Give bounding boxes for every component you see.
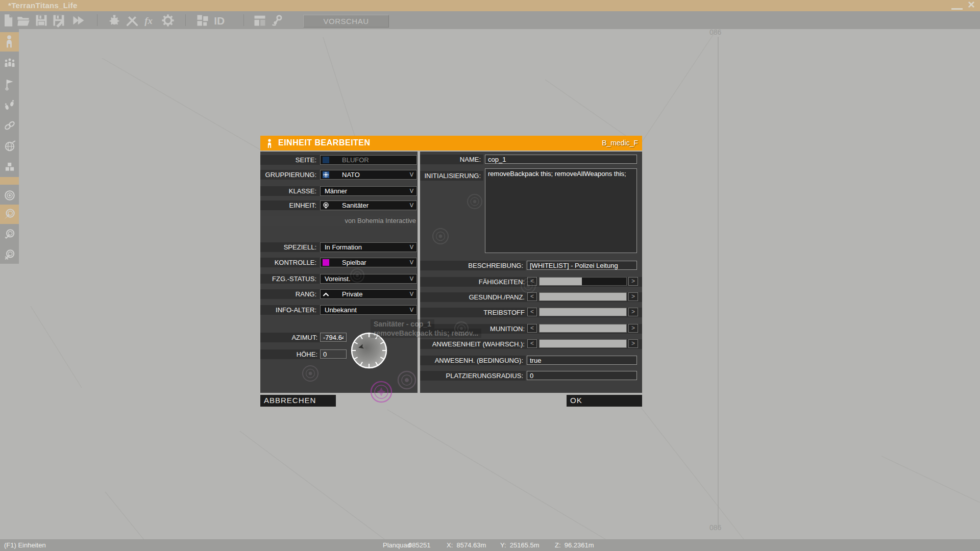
row-speziell: SPEZIELL: In Formation V [260,242,418,252]
contour-line [881,456,980,503]
anwesenheit-label: ANWESENHEIT (WAHRSCH.): [432,340,525,348]
treibstoff-increase-button[interactable]: > [628,308,638,316]
treibstoff-decrease-button[interactable]: < [527,308,537,316]
row-faehigkeiten: FÄHIGKEITEN: < > [420,277,642,287]
speziell-dropdown[interactable]: In Formation V [320,242,417,252]
gesundheit-increase-button[interactable]: > [628,292,638,301]
toolbar-separator [243,14,244,26]
export-icon[interactable] [71,13,86,28]
seite-combo: BLUFOR [320,155,417,165]
statusbar-z: Z: 96.2361m [555,541,594,549]
azimut-input[interactable] [320,333,347,342]
beschreibung-input[interactable] [527,261,637,270]
open-folder-icon[interactable] [16,13,31,28]
svg-text:ID: ID [214,15,225,27]
name-label: NAME: [460,156,481,163]
sidebar-item-modules[interactable] [0,158,19,177]
sidebar-item-markers[interactable] [0,137,19,157]
faehigkeiten-decrease-button[interactable]: < [527,277,537,286]
sidebar-item-bullseye-check[interactable] [0,225,19,244]
faehigkeiten-slider[interactable] [539,277,627,286]
munition-increase-button[interactable]: > [628,324,638,333]
radius-input[interactable] [527,371,637,380]
beschreibung-label: BESCHREIBUNG: [468,262,523,269]
treibstoff-slider[interactable] [539,308,627,316]
cancel-button[interactable]: ABBRECHEN [260,395,336,407]
edit-unit-dialog: EINHEIT BEARBEITEN B_medic_F SEITE: BLUF… [260,136,642,407]
row-munition: MUNITION: < > [420,324,642,334]
radius-label: PLATZIERUNGSRADIUS: [446,372,523,380]
contour-line [31,306,82,388]
layers-icon[interactable] [253,13,267,28]
fzg-status-value: Voreinst. [325,275,351,283]
klasse-dropdown[interactable]: Männer V [320,186,417,196]
sidebar-item-units[interactable] [0,32,19,52]
sidebar-item-bullseye-cross[interactable] [0,245,19,265]
anwesenheit-increase-button[interactable]: > [628,339,638,348]
chevron-down-icon: V [410,307,413,313]
steam-icon[interactable] [271,13,285,28]
statusbar-x: X: 8574.63m [447,541,486,549]
row-rang: RANG: Private V [260,289,418,299]
row-gruppierung: GRUPPIERUNG: NATO V [260,170,418,180]
azimut-compass-dial[interactable] [350,332,388,369]
gruppierung-label: GRUPPIERUNG: [265,171,316,179]
gesundheit-label: GESUNDH./PANZ. [469,293,525,301]
fzg-status-dropdown[interactable]: Voreinst. V [320,274,417,284]
preview-button[interactable]: VORSCHAU [303,15,389,28]
new-file-icon[interactable] [1,13,15,28]
toolbar-separator [185,14,186,26]
gesundheit-slider[interactable] [539,292,627,301]
anwesenheit-slider[interactable] [539,339,627,348]
row-treibstoff: TREIBSTOFF < > [420,308,642,317]
row-fzg-status: FZG.-STATUS: Voreinst. V [260,274,418,284]
name-input[interactable] [485,155,637,164]
einheit-value: Sanitäter [342,202,369,209]
gesundheit-decrease-button[interactable]: < [527,292,537,301]
functions-icon[interactable]: fx [143,13,158,28]
save-icon[interactable] [34,13,48,28]
chevron-down-icon: V [410,291,413,297]
settings-gear-icon[interactable] [161,13,175,28]
medic-icon [323,202,329,209]
gruppierung-dropdown[interactable]: NATO V [320,170,417,180]
minimize-icon[interactable] [951,2,963,10]
close-icon[interactable]: × [966,0,977,10]
dialog-title: EINHEIT BEARBEITEN [278,138,371,147]
kontrolle-value: Spielbar [342,259,366,266]
sidebar-item-bullseye-arrow[interactable] [0,205,19,224]
info-alter-dropdown[interactable]: Unbekannt V [320,305,417,315]
munition-decrease-button[interactable]: < [527,324,537,333]
statusbar-y: Y: 25165.5m [500,541,540,549]
sidebar-item-groups[interactable] [0,54,19,73]
init-textarea[interactable]: removeBackpack this; removeAllWeapons th… [485,168,637,253]
row-seite: SEITE: BLUFOR [260,155,418,165]
row-einheit: EINHEIT: Sanitäter V [260,201,418,210]
rang-dropdown[interactable]: Private V [320,289,417,299]
toolbar-separator [97,14,97,26]
hoehe-input[interactable] [320,349,347,359]
intel-icon[interactable] [107,13,121,28]
bedingung-input[interactable] [527,356,637,365]
sidebar-item-synchronize[interactable] [0,116,19,136]
sidebar-item-bullseye[interactable] [0,186,19,206]
ids-icon[interactable]: ID [213,13,228,28]
row-author: von Bohemia Interactive [260,216,418,226]
dialog-header[interactable]: EINHEIT BEARBEITEN B_medic_F [260,136,642,151]
einheit-dropdown[interactable]: Sanitäter V [320,201,417,210]
faehigkeiten-increase-button[interactable]: > [628,277,638,286]
unit-person-icon [265,138,274,149]
rang-label: RANG: [296,290,316,298]
modules-icon[interactable] [195,13,210,28]
sidebar-item-triggers[interactable] [0,75,19,94]
map-grid-label-top: 086 [709,28,721,36]
kontrolle-dropdown[interactable]: Spielbar V [320,258,417,267]
ok-button[interactable]: OK [567,395,642,407]
contour-line [323,37,357,144]
sidebar-item-waypoints[interactable] [0,96,19,115]
unit-classname: B_medic_F [602,139,638,147]
munition-slider[interactable] [539,324,627,333]
save-as-icon[interactable] [52,13,66,28]
anwesenheit-decrease-button[interactable]: < [527,339,537,348]
tools-icon[interactable] [125,13,139,28]
